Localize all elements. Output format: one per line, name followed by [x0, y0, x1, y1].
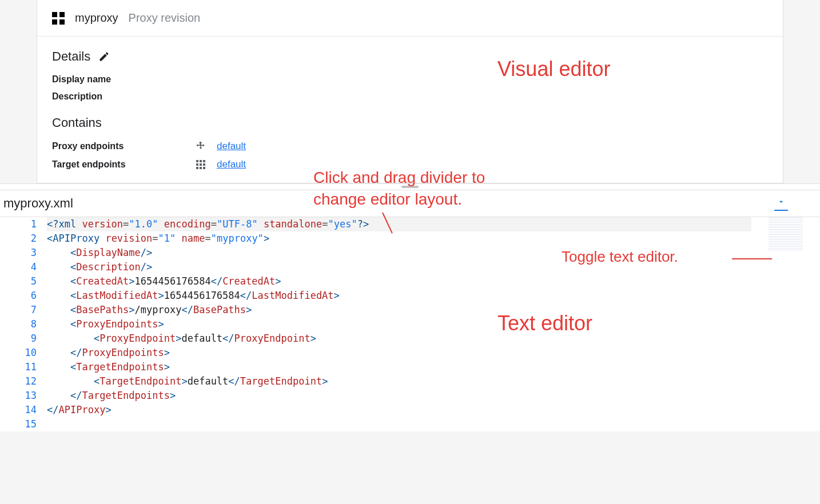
lastmodified-tag: LastModifiedAt — [76, 290, 158, 301]
basepaths-val: /myproxy — [135, 304, 182, 315]
line-number: 7 — [0, 303, 37, 317]
description-tag: Description — [76, 261, 141, 273]
filename: myproxy.xml — [3, 196, 73, 211]
line-number: 11 — [0, 360, 37, 374]
line-number: 1 — [0, 217, 37, 231]
targetendpoint-val: default — [188, 375, 229, 387]
code-line[interactable]: </APIProxy> — [47, 403, 751, 417]
code-line[interactable]: </ProxyEndpoints> — [47, 346, 751, 360]
line-number: 6 — [0, 289, 37, 303]
code-line[interactable]: </TargetEndpoints> — [47, 389, 751, 403]
revision-val: 1 — [164, 233, 170, 244]
details-section: Details Display name Description Contain… — [37, 37, 783, 183]
targetendpoint-tag: TargetEndpoint — [99, 375, 181, 387]
line-number: 8 — [0, 317, 37, 331]
details-heading: Details — [52, 49, 768, 64]
code-line[interactable]: <CreatedAt>1654456176584</CreatedAt> — [47, 274, 751, 289]
grid-icon — [195, 159, 206, 170]
edit-icon[interactable] — [98, 51, 110, 62]
line-number: 15 — [0, 417, 37, 431]
code-line[interactable] — [47, 417, 751, 431]
apps-icon — [52, 12, 65, 25]
details-heading-text: Details — [52, 49, 90, 64]
code-line[interactable]: <TargetEndpoints> — [47, 360, 751, 374]
lastmodified-val: 1654456176584 — [164, 290, 240, 301]
code-line[interactable]: <BasePaths>/myproxy</BasePaths> — [47, 303, 751, 317]
name-val: myproxy — [217, 233, 258, 244]
code-line[interactable]: <TargetEndpoint>default</TargetEndpoint> — [47, 374, 751, 389]
target-endpoints-label: Target endpoints — [52, 159, 195, 170]
line-number: 4 — [0, 260, 37, 274]
line-number: 9 — [0, 331, 37, 346]
xml-version: 1.0 — [135, 218, 153, 230]
xml-encoding: UTF-8 — [222, 218, 252, 230]
proxyendpoint-tag: ProxyEndpoint — [99, 333, 176, 344]
move-icon — [195, 141, 206, 152]
line-number: 12 — [0, 374, 37, 389]
code-line[interactable]: <DisplayName/> — [47, 246, 751, 260]
display-name-label: Display name — [52, 74, 768, 85]
proxyendpoints-tag: ProxyEndpoints — [76, 318, 158, 330]
chevron-down-icon — [777, 197, 786, 206]
code-line[interactable]: <LastModifiedAt>1654456176584</LastModif… — [47, 289, 751, 303]
line-number: 5 — [0, 274, 37, 289]
divider-handle[interactable] — [401, 186, 419, 188]
xml-standalone: yes — [334, 218, 352, 230]
proxy-subtitle: Proxy revision — [129, 11, 201, 25]
target-endpoints-row: Target endpoints default — [52, 159, 768, 170]
proxy-name: myproxy — [75, 11, 118, 25]
code-line[interactable]: <ProxyEndpoints> — [47, 317, 751, 331]
target-endpoint-link[interactable]: default — [217, 159, 246, 170]
line-number: 2 — [0, 231, 37, 246]
basepaths-tag: BasePaths — [76, 304, 129, 315]
proxy-endpoints-row: Proxy endpoints default — [52, 141, 768, 152]
displayname-tag: DisplayName — [76, 247, 141, 258]
proxy-header: myproxy Proxy revision — [37, 0, 783, 37]
code-editor[interactable]: 1 2 3 4 5 6 7 8 9 10 11 12 13 14 15 <?xm… — [0, 217, 820, 431]
proxyendpoint-val: default — [181, 333, 222, 344]
code-body[interactable]: <?xml version="1.0" encoding="UTF-8" sta… — [47, 217, 820, 431]
proxy-endpoints-label: Proxy endpoints — [52, 141, 195, 151]
proxy-endpoint-link[interactable]: default — [217, 141, 246, 152]
line-gutter: 1 2 3 4 5 6 7 8 9 10 11 12 13 14 15 — [0, 217, 47, 431]
line-number: 10 — [0, 346, 37, 360]
description-label: Description — [52, 91, 768, 102]
code-line[interactable]: <?xml version="1.0" encoding="UTF-8" sta… — [47, 217, 751, 231]
minimap[interactable] — [769, 217, 803, 251]
line-number: 3 — [0, 246, 37, 260]
line-number: 13 — [0, 389, 37, 403]
code-line[interactable]: <APIProxy revision="1" name="myproxy"> — [47, 231, 751, 246]
contains-heading: Contains — [52, 115, 768, 130]
split-divider[interactable] — [0, 183, 820, 190]
line-number: 14 — [0, 403, 37, 417]
toggle-text-editor-button[interactable] — [774, 196, 788, 211]
visual-editor-panel: myproxy Proxy revision Details Display n… — [37, 0, 783, 183]
code-line[interactable]: <Description/> — [47, 260, 751, 274]
root-tag: APIProxy — [53, 233, 99, 244]
createdat-tag: CreatedAt — [76, 275, 129, 287]
code-line[interactable]: <ProxyEndpoint>default</ProxyEndpoint> — [47, 331, 751, 346]
targetendpoints-tag: TargetEndpoints — [76, 361, 164, 373]
text-editor-header: myproxy.xml — [0, 190, 820, 217]
createdat-val: 1654456176584 — [135, 275, 211, 287]
